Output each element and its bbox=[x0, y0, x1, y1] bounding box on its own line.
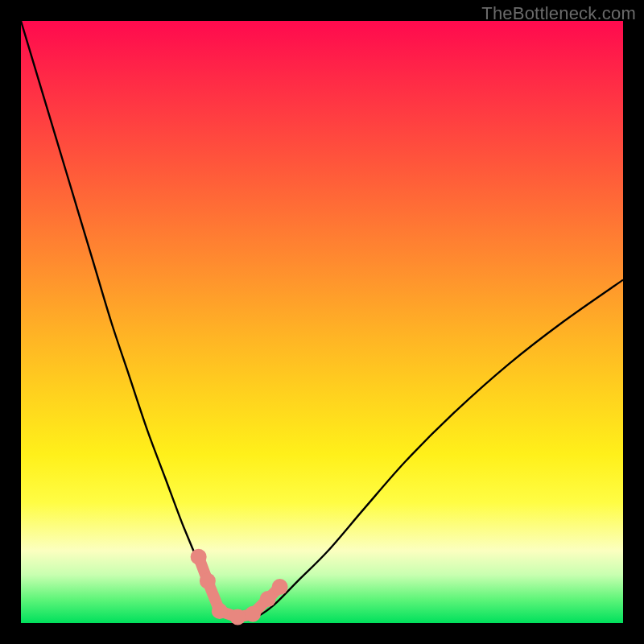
preset-annotation bbox=[191, 549, 288, 625]
annotation-dot bbox=[272, 579, 288, 595]
bottleneck-curve bbox=[21, 21, 623, 620]
chart-stage: TheBottleneck.com bbox=[0, 0, 644, 644]
curve-svg bbox=[21, 21, 623, 623]
annotation-dot bbox=[200, 573, 216, 589]
annotation-dot bbox=[245, 606, 261, 622]
annotation-dot bbox=[229, 609, 246, 625]
annotation-dot bbox=[260, 591, 276, 607]
annotation-dot bbox=[191, 549, 207, 565]
plot-area bbox=[21, 21, 623, 623]
annotation-dot bbox=[212, 603, 228, 619]
